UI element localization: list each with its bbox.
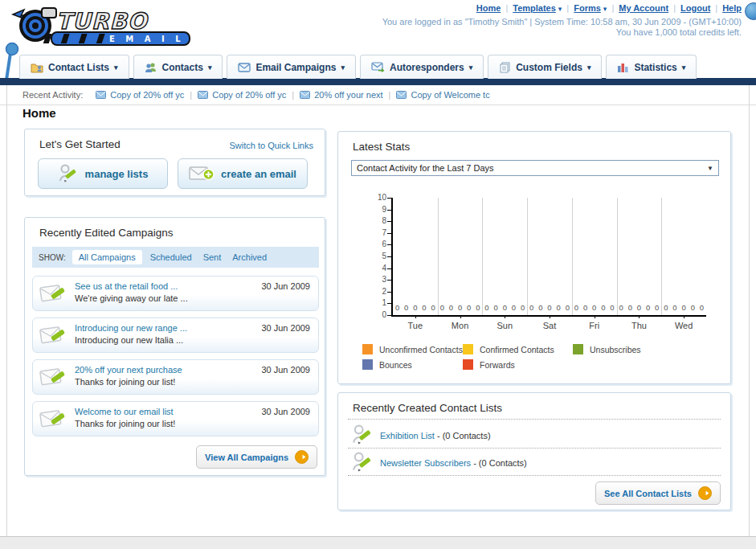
campaign-item: See us at the retail food ... We're givi… xyxy=(32,276,319,311)
separator: | xyxy=(673,3,676,13)
y-axis-tick xyxy=(387,303,391,304)
filter-sent[interactable]: Sent xyxy=(203,252,222,262)
content-right-border xyxy=(749,80,750,536)
y-axis-tick-label: 5 xyxy=(370,252,386,260)
recent-activity-item[interactable]: 20% off your next xyxy=(300,90,382,100)
content-left-border xyxy=(6,80,7,536)
nav-link-templates[interactable]: Templates xyxy=(513,3,556,13)
legend-swatch xyxy=(463,344,473,354)
turbo-email-dashboard: TURBO E M A I L Home|Templates▾|Forms▾|M… xyxy=(0,0,756,549)
y-axis-tick-label: 1 xyxy=(370,298,386,307)
campaign-title-link[interactable]: Welcome to our email list xyxy=(75,407,174,416)
tab-custom-fields[interactable]: Custom Fields▾ xyxy=(488,55,602,79)
filter-all-campaigns[interactable]: All Campaigns xyxy=(72,250,142,264)
x-axis-tick-label: Tue xyxy=(395,321,435,330)
caret-down-icon: ▾ xyxy=(341,64,345,72)
legend-item: Unsubscribes xyxy=(573,344,641,354)
contact-list-link[interactable]: Newsletter Subscribers xyxy=(380,458,471,468)
separator: | xyxy=(566,3,569,13)
logo-title: TURBO xyxy=(56,8,149,35)
activity-label: Copy of 20% off yc xyxy=(110,90,184,100)
filter-archived[interactable]: Archived xyxy=(232,252,267,262)
campaign-subtitle: Introducing our new Italia ... xyxy=(75,335,183,345)
nav-link-help[interactable]: Help xyxy=(722,3,742,13)
tab-autoresponders[interactable]: Autoresponders▾ xyxy=(360,55,484,79)
see-all-contact-lists-label: See All Contact Lists xyxy=(604,489,692,498)
legend-swatch xyxy=(362,359,373,370)
corner-dot-decoration xyxy=(745,2,756,20)
chart-plot: 01234567891000000Tue00000Mon00000Sun0000… xyxy=(391,198,706,317)
nav-link-my-account[interactable]: My Account xyxy=(619,3,668,13)
login-info: You are logged in as "Timothy Smith" | S… xyxy=(382,17,742,27)
legend-item: Confirmed Contacts xyxy=(463,344,554,354)
person-pencil-icon xyxy=(58,163,79,184)
latest-stats-panel: Latest Stats Contact Activity for the La… xyxy=(337,131,731,384)
contact-list-item: Exhibition List - (0 Contacts) xyxy=(380,431,491,440)
turbo-email-logo[interactable]: TURBO E M A I L xyxy=(6,3,195,51)
y-axis-tick xyxy=(387,315,391,316)
gridline xyxy=(482,198,483,315)
create-email-button[interactable]: create an email xyxy=(178,158,308,189)
campaign-date: 30 Jun 2009 xyxy=(261,407,310,416)
see-all-contact-lists-button[interactable]: See All Contact Lists xyxy=(595,481,721,505)
create-email-label: create an email xyxy=(221,168,296,180)
y-axis-tick xyxy=(387,233,391,234)
contact-list-item: Newsletter Subscribers - (0 Contacts) xyxy=(380,458,527,468)
view-all-campaigns-button[interactable]: View All Campaigns xyxy=(196,445,317,469)
tab-contact-lists[interactable]: Contact Lists▾ xyxy=(19,55,129,79)
campaign-title-link[interactable]: See us at the retail food ... xyxy=(75,281,178,291)
tab-statistics[interactable]: Statistics▾ xyxy=(606,55,697,79)
separator: | xyxy=(389,90,391,100)
campaign-title-link[interactable]: Introducing our new range ... xyxy=(75,323,187,333)
stats-period-select[interactable]: Contact Activity for the Last 7 Days ▼ xyxy=(351,160,719,176)
caret-down-icon: ▾ xyxy=(114,64,118,72)
recently-edited-campaigns-panel: Recently Edited Campaigns SHOW: All Camp… xyxy=(24,217,325,476)
campaign-item: Welcome to our email list Thanks for joi… xyxy=(32,401,319,436)
legend-label: Forwards xyxy=(480,360,515,370)
campaign-title-link[interactable]: 20% off your next purchase xyxy=(75,365,182,375)
y-axis-tick-label: 4 xyxy=(370,264,386,272)
nav-link-home[interactable]: Home xyxy=(476,3,501,13)
contact-lists-title: Recently Created Contact Lists xyxy=(353,402,502,414)
nav-link-logout[interactable]: Logout xyxy=(680,3,710,13)
x-axis-tick xyxy=(460,315,461,318)
x-axis-tick-label: Fri xyxy=(574,321,615,330)
manage-lists-button[interactable]: manage lists xyxy=(38,158,168,189)
recent-activity-item[interactable]: Copy of 20% off yc xyxy=(198,90,286,100)
credits-info: You have 1,000 total credits left. xyxy=(616,27,742,37)
header-nav: Home|Templates▾|Forms▾|My Account|Logout… xyxy=(476,3,742,13)
y-axis-tick-label: 2 xyxy=(370,287,386,296)
y-axis-tick-label: 6 xyxy=(370,240,386,248)
legend-label: Unsubscribes xyxy=(590,345,641,354)
switch-quick-links-link[interactable]: Switch to Quick Links xyxy=(229,141,313,150)
separator: | xyxy=(505,3,508,13)
y-axis-tick-label: 9 xyxy=(370,205,386,214)
legend-item: Forwards xyxy=(463,359,515,370)
recent-activity-item[interactable]: Copy of 20% off yc xyxy=(96,90,184,100)
view-all-campaigns-label: View All Campaigns xyxy=(205,453,288,462)
separator: | xyxy=(190,90,192,100)
filter-scheduled[interactable]: Scheduled xyxy=(150,252,192,262)
dotted-divider xyxy=(348,448,721,449)
tab-label: Statistics xyxy=(634,62,676,73)
envelope-pencil-icon xyxy=(39,365,68,389)
caret-down-icon: ▾ xyxy=(208,64,212,72)
separator: | xyxy=(715,3,717,13)
nav-link-forms[interactable]: Forms xyxy=(574,3,601,13)
caret-down-icon: ▾ xyxy=(603,5,607,13)
activity-label: Copy of Welcome tc xyxy=(411,90,489,100)
x-axis-tick xyxy=(595,315,595,318)
tab-contacts[interactable]: Contacts▾ xyxy=(133,55,223,79)
legend-swatch xyxy=(463,359,473,370)
x-axis-tick-label: Mon xyxy=(440,321,480,330)
legend-label: Bounces xyxy=(379,360,412,370)
recent-activity-label: Recent Activity: xyxy=(22,90,83,100)
campaign-item: 20% off your next purchase Thanks for jo… xyxy=(32,359,319,395)
logo-subtitle: E M A I L xyxy=(109,35,185,43)
recent-activity-item[interactable]: Copy of Welcome tc xyxy=(396,90,489,100)
contact-list-link[interactable]: Exhibition List xyxy=(380,431,435,440)
x-axis-tick xyxy=(415,315,416,318)
y-axis-tick-label: 0 xyxy=(370,310,386,319)
tab-email-campaigns[interactable]: Email Campaigns▾ xyxy=(227,55,356,79)
x-axis-tick xyxy=(505,315,505,318)
